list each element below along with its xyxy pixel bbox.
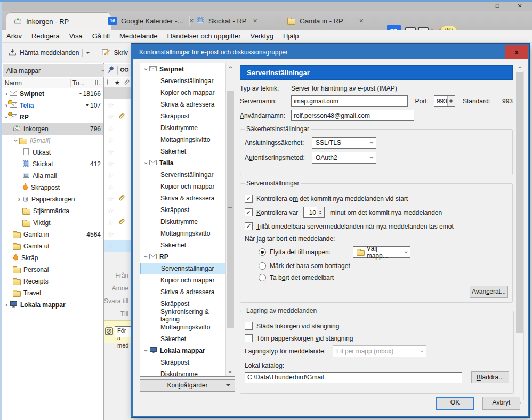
tree-account-telia[interactable]: › Telia [140,157,225,169]
ok-button[interactable]: OK [436,397,474,410]
message-row[interactable]: ☆ [104,134,131,146]
folder-row-inkorgen[interactable]: Inkorgen 796 [2,123,103,135]
folder-row-viktigt[interactable]: Viktigt [2,217,103,229]
tree-item[interactable]: Säkerhet [140,239,225,251]
cancel-button[interactable]: Avbryt [482,397,520,410]
menu-ga-till[interactable]: Gå till [87,32,115,40]
star-icon[interactable]: ☆ [108,219,114,227]
tree-item[interactable]: Säkerhet [140,146,225,157]
panel-scrollbar[interactable]: › › [515,63,524,408]
pin-icon[interactable] [107,66,115,76]
tab-inbox[interactable]: Inkorgen - RP [6,12,111,30]
star-icon[interactable]: ☆ [108,242,114,250]
folder-row-telia[interactable]: › Telia 107 [2,100,103,111]
tree-item[interactable]: Mottagningskvitto [140,228,225,239]
check-interval-checkbox[interactable]: ✓ [245,208,253,216]
window-close-button[interactable]: × [512,2,528,11]
folder-row-gamla-ut[interactable]: Gamla ut [2,240,103,252]
server-name-input[interactable] [291,95,408,107]
remove-immediately-radio[interactable] [259,274,266,281]
tree-item[interactable]: Mottagningskvitto [140,321,225,333]
tree-item[interactable]: Skräppost [140,357,225,368]
folder-row-gmail[interactable]: › [Gmail] [2,135,103,147]
folder-row-gamla-in[interactable]: Gamla in 4564 [2,229,103,240]
message-row[interactable]: ☆ [104,158,131,169]
chevron-down-icon[interactable]: › [13,138,19,144]
chevron-right-icon[interactable]: › [3,302,10,308]
menu-verktyg[interactable]: Verktyg [246,32,278,40]
folder-row-stjarnmarkta[interactable]: Stjärnmärkta [2,205,103,217]
tree-item[interactable]: Diskutrymme [140,368,225,377]
message-row[interactable]: ☆ [104,169,131,181]
move-to-folder-radio[interactable] [259,248,266,256]
scroll-up-icon[interactable]: › [226,63,235,71]
tree-item[interactable]: Diskutrymme [140,216,225,228]
tree-item[interactable]: Skriva & adressera [140,192,225,204]
folder-row-skrap[interactable]: Skräp [2,252,103,264]
tree-item[interactable]: Skriva & adressera [140,99,225,110]
tree-item[interactable]: Kopior och mappar [140,274,225,286]
column-picker-icon[interactable] [91,79,103,87]
tab-close-icon[interactable]: × [189,17,194,25]
tab-close-icon[interactable]: × [359,17,364,25]
dialog-title-bar[interactable]: Kontoinställningar för e-post och diskus… [133,45,528,59]
tree-item[interactable]: Diskutrymme [140,122,225,134]
tree-account-local[interactable]: › Lokala mappar [140,345,225,357]
check-at-start-checkbox[interactable]: ✓ [245,195,253,203]
message-row[interactable]: ☆ [104,240,131,252]
folder-row-lokala-mappar[interactable]: › Lokala mappar [2,299,103,311]
folder-row-alla-mail[interactable]: Alla mail [2,170,103,182]
folder-row-papperskorgen[interactable]: › Papperskorgen [2,193,103,205]
tree-item[interactable]: Kopior och mappar [140,181,225,192]
scroll-down-icon[interactable]: › [226,368,235,376]
star-icon[interactable]: ☆ [108,230,114,238]
advanced-button[interactable]: Avancerat... [470,286,508,298]
tree-account-swipnet[interactable]: › Swipnet [140,63,225,75]
chevron-right-icon[interactable]: › [16,197,22,202]
mark-deleted-radio[interactable] [259,262,266,270]
star-icon[interactable]: ☆ [108,160,114,168]
username-input[interactable] [291,110,414,121]
star-icon[interactable]: ☆ [108,172,114,180]
message-row[interactable]: ☆ [104,193,131,205]
tree-item[interactable]: Serverinställningar [140,75,225,87]
star-icon[interactable]: ☆ [108,113,114,121]
chevron-down-icon[interactable]: › [143,160,149,167]
tab-calendar[interactable]: 16 Google Kalender -... × [108,14,194,28]
menu-visa[interactable]: Visa [65,32,87,40]
interval-spinner[interactable] [317,207,324,217]
account-actions-button[interactable]: Kontoåtgärder [140,379,235,392]
message-row[interactable]: ☆ [104,99,131,111]
minimize-button[interactable]: — [465,2,481,11]
star-icon[interactable]: ☆ [108,101,114,109]
star-icon[interactable]: ☆ [108,207,114,215]
folder-mode-select[interactable]: Alla mappar › [3,64,108,77]
tree-item[interactable]: Synkronisering & lagring [140,310,225,321]
folder-row-receipts[interactable]: Receipts [2,276,103,287]
message-row[interactable]: ☆ [104,205,131,216]
folder-row-swipnet[interactable]: › Swipnet 18166 [2,88,103,100]
tree-scrollbar[interactable]: › › [225,63,235,376]
message-row[interactable]: ☆ [104,228,131,240]
message-row[interactable]: ☆ [104,111,131,123]
menu-arkiv[interactable]: Arkiv [2,32,27,40]
tree-item-selected[interactable]: Serverinställningar [140,263,225,274]
menu-handelser[interactable]: Händelser och uppgifter [163,32,246,40]
trash-folder-select[interactable]: Välj mapp... › [353,246,410,258]
dropdown-caret-icon[interactable] [86,52,90,56]
star-icon[interactable]: ☆ [108,195,114,203]
message-row[interactable]: ☆ [104,181,131,193]
tab-sent[interactable]: Skickat - RP × [197,14,257,28]
scroll-up-icon[interactable]: › [515,63,524,71]
chevron-right-icon[interactable]: › [3,91,10,96]
connection-security-select[interactable]: SSL/TLS › [312,137,376,149]
star-icon[interactable]: ☆ [108,125,114,133]
tree-scroll-thumb[interactable] [227,91,234,328]
tree-item[interactable]: Skräppost [140,110,225,122]
panel-scroll-thumb[interactable] [516,72,523,333]
thread-column-icon[interactable] [107,79,111,87]
local-directory-input[interactable] [245,372,462,383]
tree-item[interactable]: Kopior och mappar [140,87,225,99]
dialog-close-button[interactable]: x [505,45,528,59]
star-icon[interactable]: ☆ [108,136,114,144]
